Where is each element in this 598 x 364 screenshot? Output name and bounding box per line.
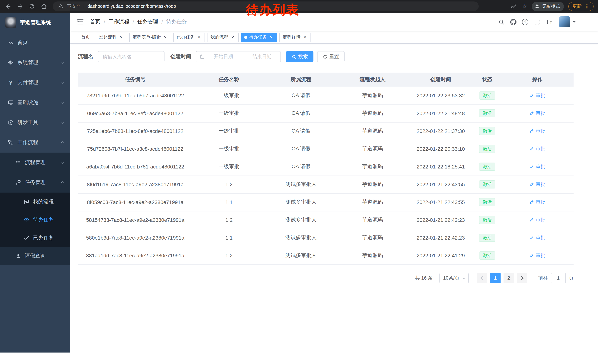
tab-todo-tasks[interactable]: 待办任务 × — [241, 32, 277, 42]
page-size-select[interactable]: 10条/页 — [440, 273, 469, 283]
tab-process-detail[interactable]: 流程详情 × — [279, 32, 311, 42]
approve-button[interactable]: 审批 — [530, 181, 545, 188]
reload-icon[interactable] — [27, 2, 36, 11]
sidebar-item-home[interactable]: 首页 — [0, 32, 70, 53]
reset-button[interactable]: 重置 — [317, 51, 345, 62]
sidebar-item-dev-tools[interactable]: 研发工具 — [0, 113, 70, 133]
chevron-down-icon — [573, 21, 576, 24]
tab-form-edit[interactable]: 流程表单-编辑 × — [129, 32, 171, 42]
approve-button[interactable]: 审批 — [530, 199, 545, 205]
cell-created: 2022-01-21 22:43:55 — [408, 193, 473, 211]
sidebar-item-infrastructure[interactable]: 基础设施 — [0, 93, 70, 113]
close-icon[interactable]: × — [302, 35, 307, 40]
approve-button[interactable]: 审批 — [530, 146, 545, 152]
cell-initiator: 芋道源码 — [337, 158, 408, 176]
close-icon[interactable]: × — [230, 35, 235, 40]
breadcrumb-workflow[interactable]: 工作流程 — [108, 18, 129, 25]
goto-page-input[interactable] — [551, 273, 566, 283]
help-icon[interactable]: ? — [522, 19, 528, 25]
forward-icon[interactable] — [16, 2, 25, 11]
sidebar-item-payment-mgmt[interactable]: ¥ 支付管理 — [0, 73, 70, 93]
search-icon[interactable] — [498, 19, 505, 25]
reset-button-label: 重置 — [329, 53, 339, 60]
process-name-input[interactable] — [98, 51, 165, 62]
col-header-created: 创建时间 — [408, 73, 473, 87]
approve-button[interactable]: 审批 — [530, 128, 545, 134]
tab-label: 流程表单-编辑 — [133, 34, 161, 40]
browser-update-button[interactable]: 更新 ⋮ — [568, 2, 594, 11]
fullscreen-icon[interactable] — [534, 19, 540, 25]
edit-icon — [530, 93, 534, 98]
cell-status: 激活 — [473, 247, 501, 264]
home-icon[interactable] — [39, 2, 48, 11]
screenshot-root: 不安全 dashboard.yudao.iocoder.cn/bpm/task/… — [0, 0, 598, 364]
page-2-button[interactable]: 2 — [504, 273, 514, 283]
incognito-label: 无痕模式 — [542, 3, 560, 9]
tab-done-tasks[interactable]: 已办任务 × — [173, 32, 205, 42]
cell-process: 测试多审批人 — [265, 247, 337, 264]
sidebar-item-my-process[interactable]: 我的流程 — [0, 193, 70, 211]
sidebar-toggle-button[interactable] — [77, 18, 84, 25]
back-icon[interactable] — [4, 2, 13, 11]
tab-start-process[interactable]: 发起流程 × — [96, 32, 127, 42]
sidebar-item-label: 请假查询 — [25, 252, 46, 259]
approve-button[interactable]: 审批 — [530, 163, 545, 170]
approve-button[interactable]: 审批 — [530, 217, 545, 223]
edit-icon — [530, 129, 534, 133]
cell-task-id: 8f0d1619-7ac8-11ec-a9e2-a2380e71991a — [78, 176, 193, 193]
table-row: 58154733-7ac8-11ec-a9e2-a2380e71991a 1.2… — [78, 211, 573, 229]
sidebar-item-label: 基础设施 — [17, 99, 38, 106]
page-1-button[interactable]: 1 — [490, 273, 500, 283]
github-icon[interactable] — [510, 19, 516, 25]
approve-button[interactable]: 审批 — [530, 92, 545, 99]
sidebar-item-todo-tasks[interactable]: 待办任务 — [0, 211, 70, 229]
not-secure-warning-icon — [58, 3, 64, 9]
status-badge: 激活 — [479, 251, 495, 260]
breadcrumb-task-mgmt[interactable]: 任务管理 — [137, 18, 158, 25]
approve-button[interactable]: 审批 — [530, 252, 545, 259]
cell-task-name: 一级审批 — [193, 158, 265, 176]
key-icon[interactable] — [509, 2, 518, 11]
app-logo-image — [5, 17, 16, 28]
cell-process: OA 请假 — [265, 87, 337, 105]
process-name-label: 流程名 — [78, 53, 93, 60]
sidebar-item-process-mgmt[interactable]: 流程管理 — [0, 153, 70, 173]
create-time-range-picker[interactable]: 开始日期 - 结束日期 — [196, 51, 281, 62]
goto-label: 前往 — [538, 275, 548, 281]
close-icon[interactable]: × — [163, 35, 168, 40]
app-logo[interactable]: 芋道管理系统 — [0, 13, 70, 32]
close-icon[interactable]: × — [196, 35, 201, 40]
sidebar-item-system-mgmt[interactable]: 系统管理 — [0, 53, 70, 73]
navbar-right-actions: ? T T — [498, 16, 576, 27]
avatar[interactable] — [559, 16, 570, 27]
browser-menu-icon[interactable]: ⋮ — [584, 3, 590, 9]
bookmark-star-icon[interactable]: ☆ — [522, 3, 527, 10]
sidebar-item-task-mgmt[interactable]: 任务管理 — [0, 173, 70, 193]
sidebar-item-label: 首页 — [17, 39, 28, 46]
cell-initiator: 芋道源码 — [337, 211, 408, 229]
approve-button[interactable]: 审批 — [530, 235, 545, 241]
tab-my-process[interactable]: 我的流程 × — [207, 32, 239, 42]
close-icon[interactable]: × — [269, 35, 274, 40]
approve-button[interactable]: 审批 — [530, 110, 545, 117]
chevron-down-icon — [61, 100, 64, 104]
tab-home[interactable]: 首页 — [78, 32, 93, 42]
close-icon[interactable]: × — [119, 35, 124, 40]
prev-page-button[interactable] — [477, 273, 487, 283]
status-badge: 激活 — [479, 91, 495, 100]
sidebar-item-leave-query[interactable]: 请假查询 — [0, 247, 70, 265]
sidebar-item-done-tasks[interactable]: 已办任务 — [0, 229, 70, 247]
font-size-icon[interactable]: T T — [546, 19, 552, 25]
user-menu[interactable] — [559, 16, 576, 27]
sidebar-item-label: 待办任务 — [33, 217, 54, 223]
cell-process: 测试多审批人 — [265, 211, 337, 229]
search-button[interactable]: 搜索 — [286, 51, 314, 62]
sidebar-item-workflow[interactable]: 工作流程 — [0, 133, 70, 153]
search-button-label: 搜索 — [298, 53, 308, 60]
breadcrumb-home[interactable]: 首页 — [90, 18, 100, 25]
tab-label: 流程详情 — [283, 34, 300, 40]
next-page-button[interactable] — [517, 273, 527, 283]
cell-process: 测试多审批人 — [265, 229, 337, 247]
cell-process: OA 请假 — [265, 158, 337, 176]
incognito-icon — [534, 4, 540, 9]
